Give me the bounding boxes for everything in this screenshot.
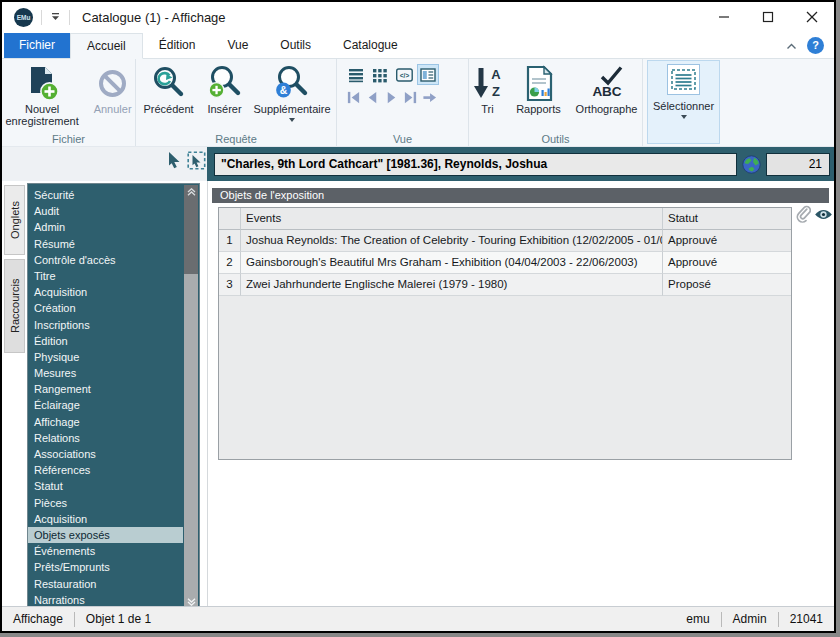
sidebar-item[interactable]: Titre <box>28 268 183 284</box>
record-count-field[interactable]: 21 <box>766 153 830 176</box>
help-icon[interactable]: ? <box>807 37 824 54</box>
sidebar-item[interactable]: Rangement <box>28 381 183 397</box>
sidebar-item[interactable]: Mesures <box>28 365 183 381</box>
close-button[interactable] <box>790 3 834 32</box>
sidebar-item[interactable]: Résumé <box>28 236 183 252</box>
sidebar-item[interactable]: Création <box>28 300 183 316</box>
ribbon-group-vue: </> <box>337 59 469 146</box>
sidebar-item[interactable]: Restauration <box>28 576 183 592</box>
svg-text:ABC: ABC <box>592 84 621 99</box>
sidebar-item[interactable]: Audit <box>28 203 183 219</box>
group-label-requete: Requête <box>136 133 336 145</box>
tab-vue[interactable]: Vue <box>211 33 264 58</box>
sidebar-item[interactable]: Édition <box>28 333 183 349</box>
status-module: Affichage <box>2 612 74 626</box>
ribbon-group-outils: A Z Tri <box>469 59 643 146</box>
sidebar-tab-onglets[interactable]: Onglets <box>4 185 25 255</box>
previous-record-icon[interactable] <box>364 89 381 106</box>
view-code-button[interactable]: </> <box>393 64 415 85</box>
view-record-eye-icon[interactable] <box>814 207 833 225</box>
supplementary-dropdown-caret <box>289 118 295 122</box>
select-region-tool-icon[interactable] <box>187 151 206 174</box>
previous-query-button[interactable]: Précédent <box>138 61 200 115</box>
sidebar-item[interactable]: Acquisition <box>28 511 183 527</box>
sidebar-item[interactable]: Éclairage <box>28 397 183 413</box>
tab-catalogue[interactable]: Catalogue <box>327 33 414 58</box>
goto-record-icon[interactable] <box>421 89 438 106</box>
cancel-button[interactable]: Annuler <box>90 61 135 115</box>
sort-button[interactable]: A Z Tri <box>470 61 506 115</box>
quick-access-dropdown-icon[interactable] <box>50 12 61 22</box>
sidebar-item[interactable]: Sécurité <box>28 187 183 203</box>
cancel-icon <box>97 63 128 103</box>
sidebar-item[interactable]: Physique <box>28 349 183 365</box>
sidebar-item[interactable]: Pièces <box>28 495 183 511</box>
new-record-button[interactable]: Nouvel enregistrement <box>2 61 82 127</box>
sidebar-item[interactable]: Contrôle d'accès <box>28 252 183 268</box>
event-cell[interactable]: Joshua Reynolds: The Creation of Celebri… <box>241 230 663 252</box>
select-button[interactable]: Sélectionner <box>647 60 720 144</box>
svg-text:Z: Z <box>492 84 500 99</box>
sidebar-tab-raccourcis[interactable]: Raccourcis <box>4 259 25 353</box>
sidebar-item[interactable]: Statut <box>28 478 183 494</box>
view-grid-button[interactable] <box>369 64 391 85</box>
view-details-button[interactable] <box>417 64 439 85</box>
event-cell[interactable]: Gainsborough's Beautiful Mrs Graham - Ex… <box>241 252 663 274</box>
record-banner: "Charles, 9th Lord Cathcart" [1981.36], … <box>207 147 834 181</box>
ribbon-group-fichier: Nouvel enregistrement Annuler Fichier <box>2 59 136 146</box>
sidebar-tab-list: Sécurité Audit Admin Résumé Contrôle d'a… <box>27 183 200 611</box>
first-record-icon[interactable] <box>345 89 362 106</box>
main-panel: Objets de l'exposition Events Statut 1 J… <box>207 181 834 606</box>
row-number: 3 <box>219 274 241 296</box>
search-supplementary-icon: & <box>274 63 310 103</box>
table-row[interactable]: 1 Joshua Reynolds: The Creation of Celeb… <box>219 230 791 252</box>
svg-text:&: & <box>280 84 288 96</box>
sidebar-item[interactable]: Acquisition <box>28 284 183 300</box>
view-list-button[interactable] <box>345 64 367 85</box>
scroll-up-icon[interactable] <box>184 188 198 196</box>
sidebar-scrollbar-thumb[interactable] <box>184 274 198 609</box>
status-cell[interactable]: Approuvé <box>663 252 791 274</box>
sidebar-scrollbar[interactable] <box>184 185 198 609</box>
supplementary-button[interactable]: & Supplémentaire <box>250 61 335 122</box>
sidebar-item-objets-exposes[interactable]: Objets exposés <box>28 527 183 543</box>
sidebar-item[interactable]: Inscriptions <box>28 317 183 333</box>
event-cell[interactable]: Zwei Jahrhunderte Englische Malerei (197… <box>241 274 663 296</box>
search-insert-icon <box>207 63 243 103</box>
sidebar-item[interactable]: Événements <box>28 543 183 559</box>
minimize-button[interactable] <box>702 3 746 32</box>
insert-button[interactable]: Insérer <box>202 61 248 115</box>
spelling-button[interactable]: ABC Orthographe <box>572 61 642 115</box>
collapse-ribbon-icon[interactable] <box>786 36 797 54</box>
next-record-icon[interactable] <box>383 89 400 106</box>
sidebar-item[interactable]: Relations <box>28 430 183 446</box>
table-row[interactable]: 3 Zwei Jahrhunderte Englische Malerei (1… <box>219 274 791 296</box>
status-cell[interactable]: Approuvé <box>663 230 791 252</box>
maximize-button[interactable] <box>746 3 790 32</box>
column-header-events[interactable]: Events <box>241 208 663 230</box>
row-number-header <box>219 208 241 230</box>
exhibition-events-table[interactable]: Events Statut 1 Joshua Reynolds: The Cre… <box>218 207 792 460</box>
emu-logo-icon[interactable]: EMu <box>14 8 33 27</box>
tab-fichier[interactable]: Fichier <box>4 33 70 58</box>
tab-accueil[interactable]: Accueil <box>70 33 143 59</box>
pointer-tool-icon[interactable] <box>166 151 183 173</box>
sidebar-item[interactable]: Associations <box>28 446 183 462</box>
tab-edition[interactable]: Édition <box>143 33 212 58</box>
globe-icon[interactable] <box>742 155 761 174</box>
record-title-field[interactable]: "Charles, 9th Lord Cathcart" [1981.36], … <box>214 153 737 176</box>
reports-button[interactable]: Rapports <box>512 61 566 115</box>
sidebar-item[interactable]: Prêts/Emprunts <box>28 559 183 575</box>
last-record-icon[interactable] <box>402 89 419 106</box>
status-cell[interactable]: Proposé <box>663 274 791 296</box>
column-header-statut[interactable]: Statut <box>663 208 791 230</box>
sidebar-item[interactable]: Références <box>28 462 183 478</box>
scroll-down-icon[interactable] <box>184 598 198 606</box>
tab-outils[interactable]: Outils <box>264 33 327 58</box>
sidebar-item[interactable]: Affichage <box>28 414 183 430</box>
table-row[interactable]: 2 Gainsborough's Beautiful Mrs Graham - … <box>219 252 791 274</box>
sidebar-item[interactable]: Admin <box>28 219 183 235</box>
titlebar: EMu Catalogue (1) - Affichage <box>2 2 834 32</box>
select-icon <box>667 64 700 95</box>
attachment-icon[interactable] <box>796 205 811 227</box>
